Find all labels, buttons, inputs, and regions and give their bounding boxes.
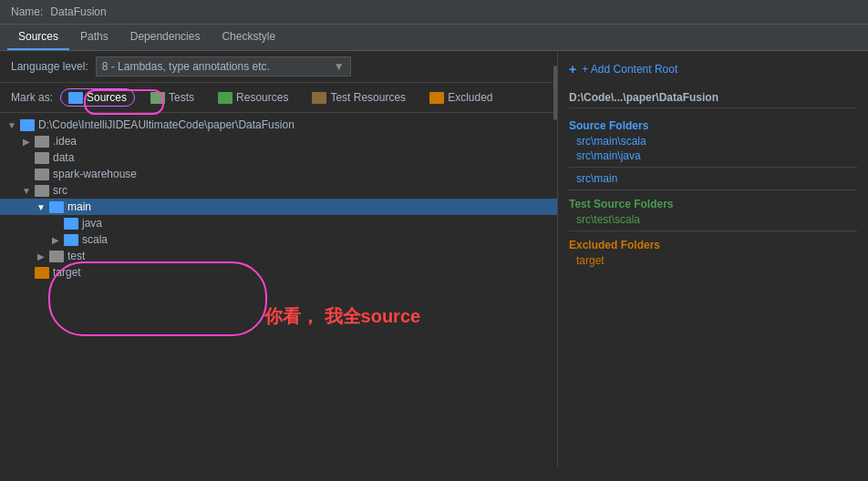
mark-as-bar: Mark as: Sources Tests Resources Test Re… (0, 83, 557, 113)
tab-dependencies[interactable]: Dependencies (119, 25, 212, 50)
tree-item-test[interactable]: test (0, 248, 557, 264)
scala-label: scala (82, 233, 108, 246)
tab-paths[interactable]: Paths (69, 25, 119, 50)
source-folders-title: Source Folders (569, 116, 857, 134)
mark-test-resources-button[interactable]: Test Resources (304, 88, 414, 107)
tree-item-target[interactable]: target (0, 264, 557, 281)
language-level-select[interactable]: 8 - Lambdas, type annotations etc. ▼ (96, 56, 351, 77)
tree-item-src[interactable]: src (0, 182, 557, 199)
main-folder-icon (49, 201, 64, 213)
test-folder-icon (49, 251, 64, 262)
add-content-root-button[interactable]: + + Add Content Root (569, 58, 857, 80)
spark-warehouse-label: spark-warehouse (53, 168, 137, 180)
idea-label: .idea (53, 135, 77, 148)
tree-item-java[interactable]: java (0, 215, 557, 231)
excluded-folders-title: Excluded Folders (569, 235, 857, 253)
excluded-path-1: target (569, 253, 857, 268)
scala-folder-icon (64, 234, 78, 246)
target-label: target (53, 266, 81, 279)
test-source-folders-title: Test Source Folders (569, 194, 857, 212)
name-label: Name: (11, 5, 43, 18)
test-source-path-1: src\test\scala (569, 212, 857, 227)
src-label: src (53, 184, 67, 197)
tab-checkstyle[interactable]: Checkstyle (211, 25, 286, 50)
root-arrow-icon (7, 120, 16, 130)
scala-arrow-icon (51, 235, 60, 245)
mark-as-label: Mark as: (11, 91, 53, 104)
excluded-folder-icon (429, 92, 444, 104)
mark-sources-button[interactable]: Sources (60, 88, 135, 107)
main-content: Language level: 8 - Lambdas, type annota… (0, 51, 868, 466)
right-panel: + + Add Content Root D:\Code\...\paper\D… (558, 51, 868, 466)
main-arrow-icon (36, 202, 46, 212)
file-tree: D:\Code\IntelliJIDEAUltimateCode\paper\D… (0, 113, 557, 466)
mark-sources-label: Sources (87, 91, 127, 104)
mark-test-resources-label: Test Resources (330, 91, 406, 104)
mark-excluded-button[interactable]: Excluded (421, 88, 501, 107)
main-label: main (67, 200, 91, 213)
mark-tests-label: Tests (169, 91, 194, 104)
scrollbar[interactable] (553, 66, 557, 120)
tests-folder-icon (150, 92, 165, 104)
java-label: java (82, 217, 102, 230)
target-folder-icon (35, 267, 49, 279)
plus-icon: + (569, 62, 576, 77)
language-level-value: 8 - Lambdas, type annotations etc. (102, 60, 270, 73)
resources-folder-icon (218, 92, 232, 104)
top-bar: Name: DataFusion (0, 0, 868, 25)
left-panel: Language level: 8 - Lambdas, type annota… (0, 51, 558, 466)
idea-folder-icon (35, 136, 49, 148)
source-path-3: src\main (569, 171, 857, 186)
data-label: data (53, 151, 74, 164)
tree-item-scala[interactable]: scala (0, 231, 557, 248)
language-bar: Language level: 8 - Lambdas, type annota… (0, 51, 557, 83)
tabs-bar: Sources Paths Dependencies Checkstyle (0, 25, 868, 51)
mark-excluded-label: Excluded (448, 91, 492, 104)
tree-item-root[interactable]: D:\Code\IntelliJIDEAUltimateCode\paper\D… (0, 117, 557, 133)
sources-folder-icon (68, 92, 83, 104)
tree-item-idea[interactable]: .idea (0, 133, 557, 149)
annotation-text: 你看， 我全source (264, 304, 420, 329)
language-level-label: Language level: (11, 60, 88, 73)
root-label: D:\Code\IntelliJIDEAUltimateCode\paper\D… (38, 118, 294, 131)
divider-1 (569, 167, 857, 168)
mark-resources-button[interactable]: Resources (210, 88, 296, 107)
mark-resources-label: Resources (236, 91, 288, 104)
add-content-root-label: + Add Content Root (582, 63, 677, 76)
src-arrow-icon (22, 186, 31, 196)
idea-arrow-icon (22, 137, 31, 147)
source-path-1: src\main\scala (569, 134, 857, 148)
project-name: DataFusion (50, 5, 106, 18)
content-root-path: D:\Code\...\paper\DataFusion (569, 87, 857, 108)
data-folder-icon (35, 152, 49, 164)
divider-2 (569, 189, 857, 190)
src-folder-icon (35, 185, 49, 197)
mark-tests-button[interactable]: Tests (142, 88, 202, 107)
source-path-2: src\main\java (569, 148, 857, 163)
java-folder-icon (64, 218, 78, 230)
tree-item-data[interactable]: data (0, 149, 557, 166)
test-resources-folder-icon (312, 92, 326, 104)
root-folder-icon (20, 119, 35, 131)
tree-item-main[interactable]: main (0, 199, 557, 215)
language-select-dropdown-icon[interactable]: ▼ (334, 60, 345, 73)
tab-sources[interactable]: Sources (7, 25, 69, 50)
spark-warehouse-folder-icon (35, 169, 49, 180)
divider-3 (569, 230, 857, 231)
test-arrow-icon (36, 251, 46, 261)
test-label: test (67, 250, 85, 262)
tree-item-spark-warehouse[interactable]: spark-warehouse (0, 166, 557, 182)
